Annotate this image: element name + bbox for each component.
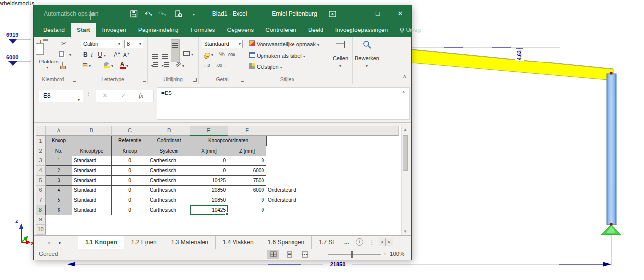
cell-D4[interactable]: Carthesisch [148,166,190,176]
cell-G4[interactable] [266,166,345,176]
wrap-text-icon[interactable] [183,39,192,50]
cell-D7[interactable]: Carthesisch [148,195,190,205]
number-dialog-launcher-icon[interactable] [241,78,244,82]
sheet-tab-options-icon[interactable]: ⋮ [366,236,378,249]
row-header-5[interactable]: 5 [36,176,46,186]
cell-G8[interactable] [266,205,345,215]
cell-F3[interactable]: 0 [228,156,266,166]
cell-C2[interactable]: Knoop [112,146,148,156]
fill-color-dropdown-icon[interactable]: ▾ [111,64,113,68]
cells-button[interactable]: Cellen [328,55,352,61]
cell-F8[interactable]: 0 [228,205,266,215]
editing-button[interactable]: Bewerken [353,55,381,61]
sheet-tab-knopen[interactable]: 1.1 Knopen [78,236,124,249]
autosave-toggle[interactable] [90,11,91,20]
column[interactable] [607,74,616,225]
tab-controleren[interactable]: Controleren [260,23,302,37]
column-header-D[interactable]: D [148,126,190,136]
column-header-F[interactable]: F [228,126,266,136]
collapse-ribbon-icon[interactable]: ∧ [403,73,406,79]
undo-icon[interactable]: ↶▾ [145,10,152,19]
maximize-button[interactable]: □ [370,5,385,22]
cell-D3[interactable]: Carthesisch [148,156,190,166]
hscroll-right-icon[interactable]: ▸ [386,238,393,246]
sheet-tab-sparingen[interactable]: 1.6 Sparingen [261,236,312,249]
merge-dropdown-icon[interactable]: ▾ [191,52,193,57]
page-layout-view-icon[interactable] [283,250,295,259]
cell-A6[interactable]: 4 [46,186,72,195]
scrollbar-thumb[interactable] [403,135,408,171]
row-header-9[interactable]: 9 [36,215,46,225]
font-color-dropdown-icon[interactable]: ▾ [126,64,128,68]
row-header-6[interactable]: 6 [36,186,46,195]
sheet-tab-lijnen[interactable]: 1.2 Lijnen [124,236,164,249]
cell-C5[interactable]: 0 [112,176,148,186]
align-left-icon[interactable] [151,51,159,62]
expand-formula-bar-icon[interactable]: ∧ [402,90,405,94]
formula-input[interactable]: =E5 ∧ [157,87,410,120]
cell-E5[interactable]: 10425 [190,176,228,186]
vertical-scrollbar[interactable]: ▲ ▼ [401,126,409,235]
cell-C7[interactable]: 0 [112,195,148,205]
decrease-decimal-icon[interactable]: .00→ [216,63,226,68]
cancel-formula-icon[interactable]: ✕ [102,92,108,99]
new-sheet-icon[interactable]: + [356,238,363,246]
comma-style-button[interactable]: 000 [228,52,235,57]
sheet-nav-next-icon[interactable]: ▸ [55,236,66,249]
empty-row-10[interactable] [46,225,266,235]
conditional-formatting-button[interactable]: Voorwaardelijke opmaak ▾ [249,40,319,47]
copy-icon[interactable] [59,51,64,57]
row-header-7[interactable]: 7 [36,195,46,205]
cell-F6[interactable]: 6000 [228,186,266,195]
cell-E3[interactable]: 0 [190,156,228,166]
cell-G7[interactable]: Ondersteund [266,195,345,205]
name-box[interactable]: E8▾ [39,90,83,102]
sheet-nav-prev-icon[interactable]: ◂ [43,236,55,249]
tab-pagina-indeling[interactable]: Pagina-indeling [132,23,185,37]
bold-button[interactable]: B [83,51,88,58]
cell-F4[interactable]: 6000 [228,166,266,176]
editing-find-icon[interactable] [363,40,372,49]
paste-button[interactable]: Plakken [34,59,63,64]
tab-invoegtoepassingen[interactable]: Invoegtoepassingen [329,23,394,37]
zoom-out-button[interactable]: − [322,251,325,257]
grow-font-button[interactable]: A▲ [114,51,121,58]
hscroll-left-icon[interactable]: ◂ [379,238,386,246]
cell-A2[interactable]: No. [46,146,72,156]
row-header-3[interactable]: 3 [36,156,46,166]
cell-B8[interactable]: Standaard [72,205,112,215]
minimize-button[interactable]: — [348,5,362,22]
row-header-2[interactable]: 2 [36,146,46,156]
cell-E1-F1-merged[interactable]: Knoopcoördinaten [190,136,267,146]
cell-C8[interactable]: 0 [112,205,148,215]
cell-C4[interactable]: 0 [112,166,148,176]
cell-E4[interactable]: 0 [190,166,228,176]
underline-dropdown-icon[interactable]: ▾ [104,53,106,58]
cell-F2[interactable]: Z [mm] [228,146,266,156]
zoom-in-button[interactable]: + [383,251,387,257]
cell-D5[interactable]: Carthesisch [148,176,190,186]
align-top-icon[interactable] [151,39,159,50]
cell-G6[interactable]: Ondersteund [266,186,345,195]
enter-formula-icon[interactable]: ✓ [121,92,126,99]
cell-B7[interactable]: Standaard [72,195,112,205]
align-center-icon[interactable] [161,51,169,62]
cell-B6[interactable]: Standaard [72,186,112,195]
accounting-format-icon[interactable] [204,53,210,58]
borders-icon[interactable]: ⊞ [82,62,88,69]
orientation-dropdown-icon[interactable]: ▾ [182,64,184,68]
cell-E2[interactable]: X [mm] [190,146,228,156]
shrink-font-button[interactable]: A▼ [123,52,130,58]
cell-E8[interactable]: 10425 [190,205,228,215]
column-header-B[interactable]: B [72,126,112,136]
accounting-dropdown-icon[interactable]: ▾ [211,53,213,57]
tab-beeld[interactable]: Beeld [302,23,329,37]
cell-A7[interactable]: 5 [46,195,72,205]
copy-dropdown-icon[interactable]: ▾ [69,53,71,57]
sheet-tab-st[interactable]: 1.7 St [312,236,341,249]
percent-style-button[interactable]: % [219,51,225,58]
format-as-table-button[interactable]: Opmaken als tabel ▾ [249,52,305,59]
column-header-A[interactable]: A [46,126,72,136]
empty-row-9[interactable] [46,215,266,225]
tab-invoegen[interactable]: Invoegen [96,23,132,37]
